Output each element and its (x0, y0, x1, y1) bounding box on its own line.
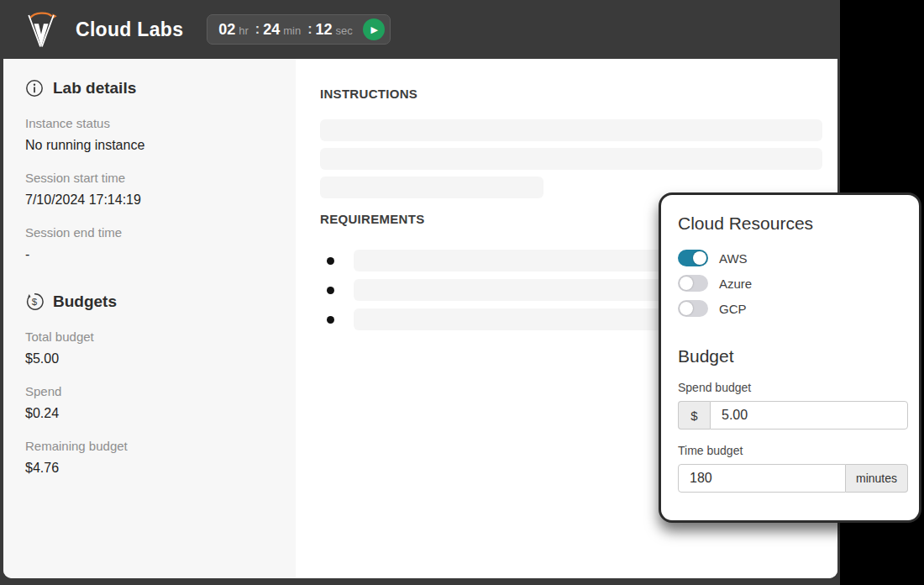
total-budget-field: Total budget $5.00 (25, 329, 274, 366)
cloud-resources-title: Cloud Resources (678, 213, 900, 234)
budgets-heading: $ Budgets (25, 292, 274, 311)
play-button[interactable]: ▶ (363, 18, 385, 40)
gcp-toggle[interactable] (678, 300, 708, 317)
timer-hours-unit: hr (239, 24, 249, 37)
instructions-section: INSTRUCTIONS (320, 87, 837, 198)
instructions-heading: INSTRUCTIONS (320, 87, 837, 101)
timer-hours: 02 (218, 21, 235, 39)
dollar-prefix: $ (678, 401, 710, 430)
aws-toggle-row: AWS (678, 250, 900, 266)
timer-minutes-unit: min (283, 24, 301, 37)
info-circle-icon (25, 79, 44, 98)
timer-separator: : (307, 22, 312, 37)
field-label: Session start time (25, 171, 274, 185)
svg-text:$: $ (32, 297, 38, 307)
time-budget-input[interactable] (678, 464, 846, 493)
toggle-knob (680, 277, 693, 290)
time-budget-label: Time budget (678, 444, 900, 457)
dollar-circle-icon: $ (25, 292, 44, 311)
gcp-toggle-row: GCP (678, 300, 900, 317)
aws-label: AWS (719, 251, 748, 266)
field-value: No running instance (25, 138, 274, 153)
spend-budget-label: Spend budget (678, 381, 900, 394)
spend-budget-input[interactable] (710, 401, 908, 430)
spend-field: Spend $0.24 (25, 384, 274, 421)
field-value: 7/10/2024 17:14:19 (25, 192, 274, 208)
timer-seconds-unit: sec (336, 24, 353, 37)
field-value: - (25, 247, 274, 262)
app-title: Cloud Labs (76, 18, 183, 41)
bullet-icon (327, 316, 334, 324)
timer-seconds: 12 (315, 21, 332, 39)
timer-separator: : (255, 22, 260, 37)
budgets-title: Budgets (53, 292, 117, 311)
azure-toggle[interactable] (678, 275, 708, 292)
budgets-section: $ Budgets Total budget $5.00 Spend $0.24… (25, 292, 274, 476)
play-icon: ▶ (371, 25, 378, 34)
field-label: Spend (25, 384, 274, 398)
lab-details-title: Lab details (53, 79, 136, 98)
vocareum-logo-icon (22, 8, 60, 50)
field-value: $5.00 (25, 351, 274, 366)
gcp-label: GCP (719, 302, 747, 316)
bullet-icon (327, 287, 334, 294)
budget-heading: Budget (678, 346, 900, 366)
instruction-placeholder-line (320, 119, 822, 141)
timer-minutes: 24 (263, 21, 280, 39)
field-value: $0.24 (25, 406, 274, 421)
field-value: $4.76 (25, 461, 274, 476)
session-start-field: Session start time 7/10/2024 17:14:19 (25, 171, 274, 208)
lab-details-heading: Lab details (25, 79, 274, 98)
instance-status-field: Instance status No running instance (25, 116, 274, 153)
instruction-placeholder-line (320, 148, 822, 170)
toggle-knob (693, 251, 706, 265)
azure-label: Azure (719, 277, 752, 291)
field-label: Session end time (25, 225, 274, 240)
time-budget-group: minutes (678, 464, 908, 493)
sidebar: Lab details Instance status No running i… (3, 59, 296, 578)
field-label: Total budget (25, 329, 274, 344)
remaining-budget-field: Remaining budget $4.76 (25, 439, 274, 476)
instruction-placeholder-line (320, 177, 543, 198)
spend-budget-group: $ (678, 401, 908, 430)
azure-toggle-row: Azure (678, 275, 900, 292)
cloud-resources-panel: Cloud Resources AWS Azure GCP Budget Spe… (659, 192, 921, 523)
field-label: Remaining budget (25, 439, 274, 453)
minutes-suffix: minutes (846, 464, 908, 493)
session-end-field: Session end time - (25, 225, 274, 262)
toggle-knob (680, 302, 693, 315)
aws-toggle[interactable] (678, 250, 708, 266)
field-label: Instance status (25, 116, 274, 130)
session-timer: 02 hr : 24 min : 12 sec ▶ (207, 14, 391, 45)
screen: Cloud Labs 02 hr : 24 min : 12 sec ▶ (0, 0, 924, 585)
bullet-icon (327, 257, 334, 265)
top-bar: Cloud Labs 02 hr : 24 min : 12 sec ▶ (0, 0, 840, 59)
